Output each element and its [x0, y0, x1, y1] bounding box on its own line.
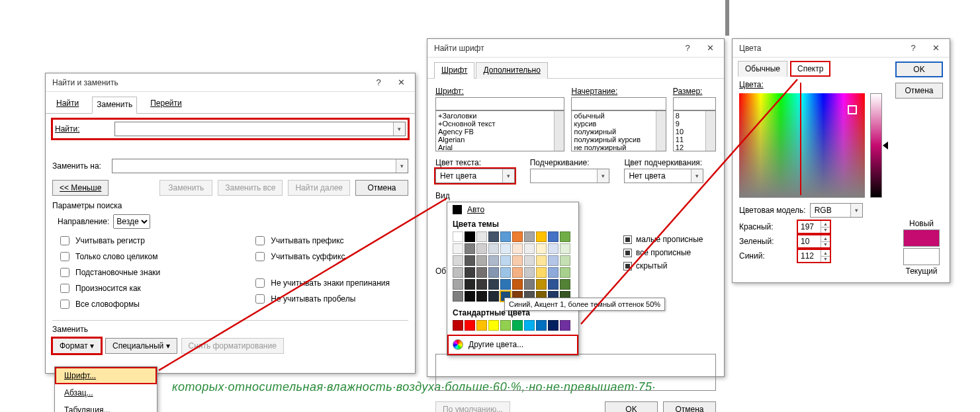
color-swatch[interactable]: [560, 243, 570, 254]
value-pointer-icon[interactable]: [883, 142, 888, 149]
color-swatch[interactable]: [500, 320, 511, 331]
spectrum-picker[interactable]: [739, 93, 865, 198]
menu-item-font[interactable]: Шрифт...: [55, 367, 157, 384]
less-button[interactable]: << Меньше: [52, 180, 109, 196]
textcolor-select[interactable]: Нет цвета ▾: [435, 169, 515, 183]
value-slider[interactable]: [870, 93, 882, 198]
close-icon[interactable]: ✕: [699, 41, 721, 56]
color-swatch[interactable]: [524, 255, 535, 266]
green-input[interactable]: 10▲▼: [797, 235, 830, 248]
chevron-down-icon[interactable]: ▾: [691, 169, 703, 183]
chk-whole[interactable]: Только слово целиком: [58, 250, 160, 263]
color-swatch[interactable]: [560, 255, 570, 266]
color-swatch[interactable]: [465, 320, 475, 331]
default-button[interactable]: По умолчанию...: [435, 401, 510, 412]
direction-select[interactable]: Везде: [113, 214, 150, 229]
chk-punct[interactable]: Не учитывать знаки препинания: [253, 276, 390, 290]
close-icon[interactable]: ✕: [390, 75, 412, 90]
color-swatch[interactable]: [488, 243, 499, 254]
tab-goto[interactable]: Перейти: [146, 96, 186, 113]
color-swatch[interactable]: [500, 279, 511, 290]
color-swatch[interactable]: [465, 243, 475, 254]
chevron-down-icon[interactable]: ▾: [850, 204, 862, 217]
color-swatch[interactable]: [560, 279, 570, 290]
color-swatch[interactable]: [488, 320, 499, 331]
color-swatch[interactable]: [488, 279, 499, 290]
chk-wildcard[interactable]: Подстановочные знаки: [58, 266, 160, 279]
find-input[interactable]: ▾: [114, 122, 406, 136]
red-input[interactable]: 197▲▼: [797, 220, 830, 233]
replace-input[interactable]: ▾: [112, 159, 408, 173]
close-icon[interactable]: ✕: [924, 41, 947, 56]
color-swatch[interactable]: [512, 267, 523, 278]
color-swatch[interactable]: [500, 255, 511, 266]
chk-case[interactable]: Учитывать регистр: [58, 234, 160, 247]
color-swatch[interactable]: [453, 279, 463, 290]
color-swatch[interactable]: [453, 267, 463, 278]
cancel-button[interactable]: Отмена: [895, 83, 943, 99]
color-swatch[interactable]: [512, 255, 523, 266]
color-swatch[interactable]: [453, 243, 463, 254]
color-swatch[interactable]: [512, 243, 523, 254]
color-swatch[interactable]: [453, 291, 463, 302]
find-next-button[interactable]: Найти далее: [288, 180, 350, 196]
help-icon[interactable]: ?: [367, 75, 390, 90]
color-swatch[interactable]: [488, 231, 499, 242]
help-icon[interactable]: ?: [902, 41, 924, 56]
tab-advanced[interactable]: Дополнительно: [476, 62, 547, 79]
spectrum-cursor[interactable]: [848, 105, 857, 114]
color-swatch[interactable]: [536, 231, 547, 242]
color-swatch[interactable]: [548, 320, 558, 331]
color-swatch[interactable]: [536, 267, 547, 278]
style-list[interactable]: обычныйкурсивполужирныйполужирный курсив…: [571, 110, 666, 151]
color-swatch[interactable]: [500, 267, 511, 278]
chevron-down-icon[interactable]: ▾: [597, 169, 609, 183]
color-swatch[interactable]: [453, 320, 463, 331]
tab-font[interactable]: Шрифт: [434, 62, 474, 79]
menu-item-tab[interactable]: Табуляция...: [55, 401, 157, 412]
chk-space[interactable]: Не учитывать пробелы: [253, 292, 390, 306]
menu-item-paragraph[interactable]: Абзац...: [55, 384, 157, 401]
color-swatch[interactable]: [465, 255, 475, 266]
blue-input[interactable]: 112▲▼: [797, 249, 830, 263]
color-swatch[interactable]: [548, 267, 558, 278]
color-swatch[interactable]: [524, 267, 535, 278]
auto-color-row[interactable]: Авто: [447, 202, 578, 217]
replace-all-button[interactable]: Заменить все: [218, 180, 283, 196]
tab-normal[interactable]: Обычные: [738, 61, 787, 77]
color-swatch[interactable]: [536, 320, 547, 331]
special-button[interactable]: Специальный ▾: [105, 338, 177, 354]
chevron-down-icon[interactable]: ▾: [393, 122, 405, 136]
color-swatch[interactable]: [465, 291, 475, 302]
color-swatch[interactable]: [560, 267, 570, 278]
color-swatch[interactable]: [512, 279, 523, 290]
chk-smallcaps[interactable]: малые прописные: [623, 235, 703, 244]
color-swatch[interactable]: [465, 231, 475, 242]
color-swatch[interactable]: [524, 243, 535, 254]
underline-select[interactable]: ▾: [530, 169, 609, 183]
chk-allcaps[interactable]: все прописные: [623, 248, 691, 257]
chevron-down-icon[interactable]: ▾: [396, 159, 408, 173]
ok-button[interactable]: OK: [895, 62, 943, 77]
clear-format-button[interactable]: Снять форматирование: [181, 338, 284, 354]
tab-spectrum[interactable]: Спектр: [790, 61, 830, 77]
color-swatch[interactable]: [548, 243, 558, 254]
help-icon[interactable]: ?: [676, 41, 699, 56]
color-swatch[interactable]: [524, 320, 535, 331]
color-swatch[interactable]: [524, 279, 535, 290]
replace-button[interactable]: Заменить: [159, 180, 212, 196]
color-swatch[interactable]: [465, 279, 475, 290]
color-swatch[interactable]: [476, 320, 487, 331]
chk-hidden[interactable]: скрытый: [623, 261, 667, 270]
color-swatch[interactable]: [524, 231, 535, 242]
color-swatch[interactable]: [560, 231, 570, 242]
cancel-button[interactable]: Отмена: [355, 180, 408, 196]
color-swatch[interactable]: [500, 243, 511, 254]
color-swatch[interactable]: [488, 291, 499, 302]
size-list[interactable]: 89101112: [673, 110, 716, 151]
cancel-button[interactable]: Отмена: [663, 401, 716, 412]
color-swatch[interactable]: [512, 320, 523, 331]
color-swatch[interactable]: [453, 255, 463, 266]
color-swatch[interactable]: [512, 231, 523, 242]
model-select[interactable]: RGB ▾: [810, 203, 863, 218]
